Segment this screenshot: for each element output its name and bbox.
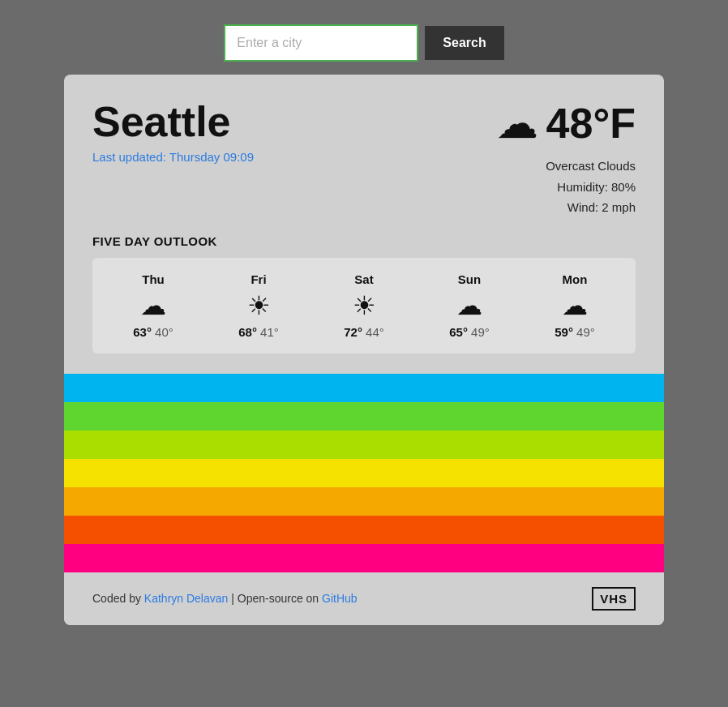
- forecast-temps: 72° 44°: [344, 325, 384, 339]
- forecast-high: 72°: [344, 325, 362, 339]
- color-bar: [64, 544, 664, 572]
- weather-main: Seattle Last updated: Thursday 09:09 ☁ 4…: [64, 75, 664, 234]
- forecast-high: 63°: [133, 325, 152, 339]
- separator-text: | Open-source on: [228, 592, 322, 605]
- current-weather: ☁ 48°F Overcast Clouds Humidity: 80% Win…: [496, 99, 636, 218]
- color-bars: [64, 374, 664, 572]
- forecast-day-name: Thu: [142, 272, 165, 286]
- forecast-icon: ☁: [456, 293, 482, 319]
- forecast-high: 59°: [555, 325, 573, 339]
- coded-by-label: Coded by: [92, 592, 144, 605]
- wind-text: Wind: 2 mph: [546, 197, 636, 218]
- weather-card: Seattle Last updated: Thursday 09:09 ☁ 4…: [64, 75, 664, 625]
- forecast-day: Sun ☁ 65° 49°: [433, 272, 506, 339]
- five-day-title: FIVE DAY OUTLOOK: [92, 234, 636, 248]
- forecast-low: 41°: [260, 325, 279, 339]
- color-bar: [64, 374, 664, 402]
- color-bar: [64, 459, 664, 487]
- temp-row: ☁ 48°F: [496, 99, 636, 148]
- color-bar: [64, 516, 664, 544]
- temp-unit: F: [610, 100, 636, 147]
- forecast-temps: 59° 49°: [555, 325, 595, 339]
- forecast-temps: 68° 41°: [238, 325, 279, 339]
- color-bar: [64, 402, 664, 431]
- temperature-display: 48°F: [546, 99, 636, 148]
- forecast-low: 49°: [576, 325, 595, 339]
- forecast-day-name: Sat: [354, 272, 373, 286]
- forecast-day-name: Fri: [251, 272, 266, 286]
- search-input[interactable]: [224, 24, 418, 62]
- city-info: Seattle Last updated: Thursday 09:09: [92, 99, 254, 164]
- city-name: Seattle: [92, 99, 254, 145]
- five-day-section: FIVE DAY OUTLOOK Thu ☁ 63° 40° Fri ☀ 68°…: [64, 234, 664, 374]
- search-bar: Search: [224, 24, 503, 62]
- forecast-low: 44°: [366, 325, 384, 339]
- vhs-badge: VHS: [592, 587, 636, 611]
- humidity-text: Humidity: 80%: [546, 177, 636, 198]
- forecast-icon: ☀: [353, 293, 376, 319]
- color-bar: [64, 431, 664, 459]
- footer-text: Coded by Kathryn Delavan | Open-source o…: [92, 592, 358, 605]
- forecast-container: Thu ☁ 63° 40° Fri ☀ 68° 41° Sat ☀ 72° 44…: [92, 258, 636, 354]
- forecast-day-name: Mon: [563, 272, 588, 286]
- forecast-temps: 65° 49°: [449, 325, 490, 339]
- search-button[interactable]: Search: [425, 26, 503, 60]
- last-updated: Last updated: Thursday 09:09: [92, 150, 254, 164]
- forecast-high: 68°: [238, 325, 257, 339]
- footer: Coded by Kathryn Delavan | Open-source o…: [64, 572, 664, 625]
- forecast-day: Sat ☀ 72° 44°: [328, 272, 400, 339]
- color-bar: [64, 487, 664, 516]
- forecast-day: Thu ☁ 63° 40°: [117, 272, 190, 339]
- github-link[interactable]: GitHub: [322, 592, 358, 605]
- forecast-day: Fri ☀ 68° 41°: [222, 272, 295, 339]
- author-link[interactable]: Kathryn Delavan: [144, 592, 229, 605]
- forecast-icon: ☁: [562, 293, 588, 319]
- forecast-icon: ☀: [247, 293, 271, 319]
- forecast-day: Mon ☁ 59° 49°: [538, 272, 611, 339]
- forecast-low: 49°: [471, 325, 490, 339]
- forecast-icon: ☁: [140, 293, 166, 319]
- temp-value: 48°: [546, 100, 610, 147]
- forecast-high: 65°: [449, 325, 468, 339]
- weather-details: Overcast Clouds Humidity: 80% Wind: 2 mp…: [546, 156, 636, 218]
- condition-text: Overcast Clouds: [546, 156, 636, 177]
- forecast-day-name: Sun: [458, 272, 481, 286]
- forecast-temps: 63° 40°: [133, 325, 173, 339]
- forecast-low: 40°: [155, 325, 173, 339]
- current-weather-icon: ☁: [496, 102, 538, 144]
